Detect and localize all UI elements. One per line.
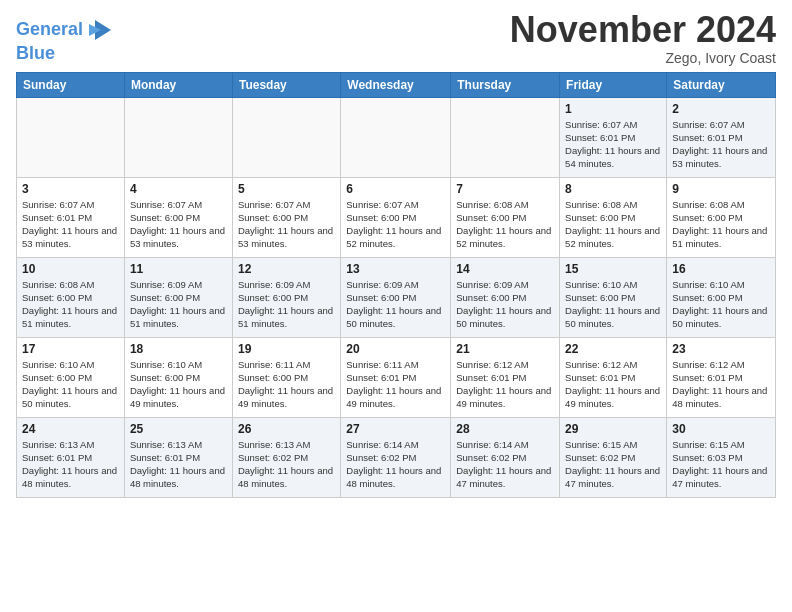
- day-number: 29: [565, 422, 661, 436]
- day-info: Sunrise: 6:12 AM Sunset: 6:01 PM Dayligh…: [672, 358, 770, 411]
- logo-icon: [85, 16, 113, 44]
- header: General Blue November 2024 Zego, Ivory C…: [16, 10, 776, 66]
- day-number: 16: [672, 262, 770, 276]
- day-number: 23: [672, 342, 770, 356]
- location: Zego, Ivory Coast: [510, 50, 776, 66]
- calendar-cell: [124, 97, 232, 177]
- calendar-cell: [451, 97, 560, 177]
- day-number: 19: [238, 342, 335, 356]
- day-info: Sunrise: 6:11 AM Sunset: 6:01 PM Dayligh…: [346, 358, 445, 411]
- day-info: Sunrise: 6:07 AM Sunset: 6:00 PM Dayligh…: [346, 198, 445, 251]
- day-info: Sunrise: 6:10 AM Sunset: 6:00 PM Dayligh…: [22, 358, 119, 411]
- day-number: 26: [238, 422, 335, 436]
- calendar-cell: 27Sunrise: 6:14 AM Sunset: 6:02 PM Dayli…: [341, 417, 451, 497]
- calendar-cell: 25Sunrise: 6:13 AM Sunset: 6:01 PM Dayli…: [124, 417, 232, 497]
- day-number: 13: [346, 262, 445, 276]
- day-number: 12: [238, 262, 335, 276]
- day-number: 2: [672, 102, 770, 116]
- month-title: November 2024: [510, 10, 776, 50]
- calendar-cell: 8Sunrise: 6:08 AM Sunset: 6:00 PM Daylig…: [560, 177, 667, 257]
- day-info: Sunrise: 6:08 AM Sunset: 6:00 PM Dayligh…: [565, 198, 661, 251]
- calendar-page: General Blue November 2024 Zego, Ivory C…: [0, 0, 792, 514]
- day-number: 10: [22, 262, 119, 276]
- day-info: Sunrise: 6:09 AM Sunset: 6:00 PM Dayligh…: [346, 278, 445, 331]
- day-number: 21: [456, 342, 554, 356]
- day-info: Sunrise: 6:13 AM Sunset: 6:02 PM Dayligh…: [238, 438, 335, 491]
- day-info: Sunrise: 6:07 AM Sunset: 6:01 PM Dayligh…: [22, 198, 119, 251]
- day-number: 17: [22, 342, 119, 356]
- calendar-cell: [17, 97, 125, 177]
- day-number: 30: [672, 422, 770, 436]
- calendar-cell: 4Sunrise: 6:07 AM Sunset: 6:00 PM Daylig…: [124, 177, 232, 257]
- calendar-cell: 9Sunrise: 6:08 AM Sunset: 6:00 PM Daylig…: [667, 177, 776, 257]
- calendar-cell: 19Sunrise: 6:11 AM Sunset: 6:00 PM Dayli…: [232, 337, 340, 417]
- week-row-2: 10Sunrise: 6:08 AM Sunset: 6:00 PM Dayli…: [17, 257, 776, 337]
- logo-text: General: [16, 20, 83, 40]
- calendar-cell: 13Sunrise: 6:09 AM Sunset: 6:00 PM Dayli…: [341, 257, 451, 337]
- calendar-cell: 22Sunrise: 6:12 AM Sunset: 6:01 PM Dayli…: [560, 337, 667, 417]
- week-row-4: 24Sunrise: 6:13 AM Sunset: 6:01 PM Dayli…: [17, 417, 776, 497]
- day-number: 22: [565, 342, 661, 356]
- calendar-cell: 18Sunrise: 6:10 AM Sunset: 6:00 PM Dayli…: [124, 337, 232, 417]
- day-info: Sunrise: 6:08 AM Sunset: 6:00 PM Dayligh…: [456, 198, 554, 251]
- weekday-header-row: SundayMondayTuesdayWednesdayThursdayFrid…: [17, 72, 776, 97]
- calendar-cell: [341, 97, 451, 177]
- calendar-cell: 24Sunrise: 6:13 AM Sunset: 6:01 PM Dayli…: [17, 417, 125, 497]
- calendar-cell: 10Sunrise: 6:08 AM Sunset: 6:00 PM Dayli…: [17, 257, 125, 337]
- day-info: Sunrise: 6:14 AM Sunset: 6:02 PM Dayligh…: [456, 438, 554, 491]
- calendar-cell: 2Sunrise: 6:07 AM Sunset: 6:01 PM Daylig…: [667, 97, 776, 177]
- day-number: 3: [22, 182, 119, 196]
- calendar-cell: 29Sunrise: 6:15 AM Sunset: 6:02 PM Dayli…: [560, 417, 667, 497]
- day-info: Sunrise: 6:09 AM Sunset: 6:00 PM Dayligh…: [456, 278, 554, 331]
- day-number: 4: [130, 182, 227, 196]
- day-number: 5: [238, 182, 335, 196]
- day-number: 6: [346, 182, 445, 196]
- logo: General Blue: [16, 16, 113, 64]
- day-info: Sunrise: 6:15 AM Sunset: 6:03 PM Dayligh…: [672, 438, 770, 491]
- day-number: 9: [672, 182, 770, 196]
- day-info: Sunrise: 6:10 AM Sunset: 6:00 PM Dayligh…: [130, 358, 227, 411]
- day-info: Sunrise: 6:12 AM Sunset: 6:01 PM Dayligh…: [565, 358, 661, 411]
- day-info: Sunrise: 6:07 AM Sunset: 6:00 PM Dayligh…: [130, 198, 227, 251]
- calendar-cell: 12Sunrise: 6:09 AM Sunset: 6:00 PM Dayli…: [232, 257, 340, 337]
- logo-text-2: Blue: [16, 44, 113, 64]
- week-row-0: 1Sunrise: 6:07 AM Sunset: 6:01 PM Daylig…: [17, 97, 776, 177]
- weekday-wednesday: Wednesday: [341, 72, 451, 97]
- day-number: 20: [346, 342, 445, 356]
- calendar-cell: 30Sunrise: 6:15 AM Sunset: 6:03 PM Dayli…: [667, 417, 776, 497]
- calendar-cell: 16Sunrise: 6:10 AM Sunset: 6:00 PM Dayli…: [667, 257, 776, 337]
- calendar-cell: 20Sunrise: 6:11 AM Sunset: 6:01 PM Dayli…: [341, 337, 451, 417]
- day-info: Sunrise: 6:11 AM Sunset: 6:00 PM Dayligh…: [238, 358, 335, 411]
- day-number: 24: [22, 422, 119, 436]
- day-info: Sunrise: 6:07 AM Sunset: 6:01 PM Dayligh…: [672, 118, 770, 171]
- day-info: Sunrise: 6:08 AM Sunset: 6:00 PM Dayligh…: [672, 198, 770, 251]
- day-info: Sunrise: 6:09 AM Sunset: 6:00 PM Dayligh…: [238, 278, 335, 331]
- week-row-1: 3Sunrise: 6:07 AM Sunset: 6:01 PM Daylig…: [17, 177, 776, 257]
- weekday-friday: Friday: [560, 72, 667, 97]
- calendar-table: SundayMondayTuesdayWednesdayThursdayFrid…: [16, 72, 776, 498]
- day-info: Sunrise: 6:12 AM Sunset: 6:01 PM Dayligh…: [456, 358, 554, 411]
- calendar-cell: 1Sunrise: 6:07 AM Sunset: 6:01 PM Daylig…: [560, 97, 667, 177]
- day-info: Sunrise: 6:07 AM Sunset: 6:00 PM Dayligh…: [238, 198, 335, 251]
- calendar-cell: 5Sunrise: 6:07 AM Sunset: 6:00 PM Daylig…: [232, 177, 340, 257]
- day-number: 1: [565, 102, 661, 116]
- calendar-cell: 3Sunrise: 6:07 AM Sunset: 6:01 PM Daylig…: [17, 177, 125, 257]
- weekday-sunday: Sunday: [17, 72, 125, 97]
- day-info: Sunrise: 6:13 AM Sunset: 6:01 PM Dayligh…: [22, 438, 119, 491]
- calendar-cell: 14Sunrise: 6:09 AM Sunset: 6:00 PM Dayli…: [451, 257, 560, 337]
- calendar-cell: 7Sunrise: 6:08 AM Sunset: 6:00 PM Daylig…: [451, 177, 560, 257]
- day-info: Sunrise: 6:09 AM Sunset: 6:00 PM Dayligh…: [130, 278, 227, 331]
- calendar-cell: 15Sunrise: 6:10 AM Sunset: 6:00 PM Dayli…: [560, 257, 667, 337]
- day-number: 25: [130, 422, 227, 436]
- calendar-cell: 6Sunrise: 6:07 AM Sunset: 6:00 PM Daylig…: [341, 177, 451, 257]
- weekday-saturday: Saturday: [667, 72, 776, 97]
- day-info: Sunrise: 6:10 AM Sunset: 6:00 PM Dayligh…: [565, 278, 661, 331]
- day-info: Sunrise: 6:13 AM Sunset: 6:01 PM Dayligh…: [130, 438, 227, 491]
- day-info: Sunrise: 6:15 AM Sunset: 6:02 PM Dayligh…: [565, 438, 661, 491]
- day-info: Sunrise: 6:07 AM Sunset: 6:01 PM Dayligh…: [565, 118, 661, 171]
- day-number: 8: [565, 182, 661, 196]
- weekday-monday: Monday: [124, 72, 232, 97]
- weekday-tuesday: Tuesday: [232, 72, 340, 97]
- day-number: 7: [456, 182, 554, 196]
- title-block: November 2024 Zego, Ivory Coast: [510, 10, 776, 66]
